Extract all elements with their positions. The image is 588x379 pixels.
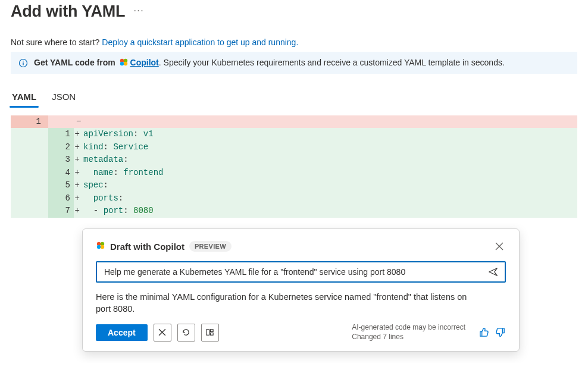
copilot-response-text: Here is the minimal YAML configuration f…	[96, 291, 477, 315]
regenerate-button[interactable]	[177, 324, 195, 342]
svg-point-5	[120, 62, 123, 65]
more-options-icon[interactable]: ···	[133, 5, 144, 16]
ai-disclaimer: AI-generated code may be incorrect Chang…	[352, 323, 465, 342]
added-line-number: 6	[48, 192, 74, 205]
code-content: kind: Service	[74, 141, 577, 154]
svg-point-2	[23, 61, 24, 62]
discard-button[interactable]	[154, 324, 171, 342]
copilot-prompt-box	[96, 261, 506, 283]
close-icon[interactable]	[493, 240, 506, 253]
removed-marker: −	[74, 115, 577, 128]
copilot-draft-card: Draft with Copilot PREVIEW Here is the m…	[82, 228, 520, 352]
svg-rect-16	[211, 330, 214, 332]
diff-added-line: 5spec:	[11, 179, 577, 192]
svg-rect-15	[207, 330, 209, 335]
code-content: name: frontend	[74, 167, 577, 180]
svg-point-6	[123, 62, 127, 65]
added-line-number: 2	[48, 141, 74, 154]
thumbs-down-icon[interactable]	[495, 327, 506, 338]
info-icon	[18, 58, 28, 68]
accept-button[interactable]: Accept	[96, 324, 148, 341]
copilot-prompt-input[interactable]	[103, 267, 482, 277]
tab-json[interactable]: JSON	[51, 89, 77, 105]
tab-yaml[interactable]: YAML	[11, 89, 37, 105]
diff-added-line: 7 - port: 8080	[11, 205, 577, 218]
view-diff-button[interactable]	[201, 324, 219, 342]
code-content: ports:	[74, 192, 577, 205]
diff-removed-line: 1 −	[11, 115, 577, 128]
page-title: Add with YAML	[11, 2, 125, 21]
thumbs-up-icon[interactable]	[478, 327, 490, 338]
added-line-number: 1	[48, 128, 74, 141]
copilot-banner-link[interactable]: Copilot	[130, 58, 159, 67]
svg-rect-17	[211, 333, 214, 336]
added-line-number: 3	[48, 154, 74, 167]
svg-point-10	[101, 245, 104, 249]
added-line-number: 5	[48, 179, 74, 192]
diff-added-line: 4 name: frontend	[11, 167, 577, 180]
diff-added-line: 1apiVersion: v1	[11, 128, 577, 141]
svg-point-9	[97, 245, 101, 249]
code-content: metadata:	[74, 154, 577, 167]
code-content: - port: 8080	[74, 205, 577, 218]
code-content: spec:	[74, 179, 577, 192]
copilot-icon	[119, 57, 129, 68]
code-content: apiVersion: v1	[74, 128, 577, 141]
removed-line-number: 1	[11, 115, 48, 128]
banner-suffix: . Specify your Kubernetes requirements a…	[159, 58, 505, 67]
copilot-info-banner: Get YAML code from Copilot. Specify your…	[11, 52, 577, 74]
deploy-quickstart-link[interactable]: Deploy a quickstart application to get u…	[102, 37, 298, 47]
send-icon[interactable]	[488, 267, 499, 277]
added-line-number: 7	[48, 205, 74, 218]
copilot-icon	[96, 240, 105, 252]
diff-added-line: 2kind: Service	[11, 141, 577, 154]
added-line-number: 4	[48, 167, 74, 180]
preview-badge: PREVIEW	[189, 241, 232, 252]
diff-editor[interactable]: 1 − 1apiVersion: v12kind: Service3metada…	[11, 115, 577, 349]
diff-added-line: 3metadata:	[11, 154, 577, 167]
diff-added-line: 6 ports:	[11, 192, 577, 205]
copilot-card-title: Draft with Copilot	[110, 242, 184, 252]
helper-prefix: Not sure where to start?	[11, 37, 102, 47]
editor-tabs: YAML JSON	[11, 89, 577, 106]
banner-bold-prefix: Get YAML code from	[34, 58, 118, 67]
